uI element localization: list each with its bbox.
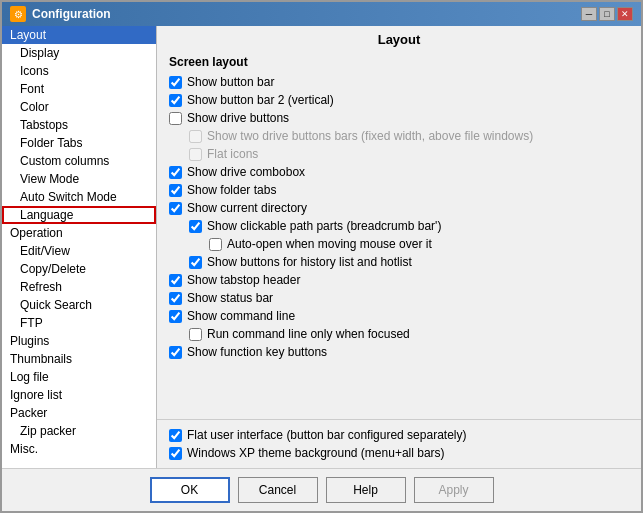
- sidebar-item-copy-delete[interactable]: Copy/Delete: [2, 260, 156, 278]
- checkbox-label-flat-icons: Flat icons: [207, 147, 258, 161]
- main-panel: Layout Screen layout Show button barShow…: [157, 26, 641, 468]
- checkbox-row-show-buttons-history: Show buttons for history list and hotlis…: [169, 253, 629, 271]
- sidebar-item-layout[interactable]: Layout: [2, 26, 156, 44]
- sidebar-item-auto-switch-mode[interactable]: Auto Switch Mode: [2, 188, 156, 206]
- checkbox-row-auto-open: Auto-open when moving mouse over it: [169, 235, 629, 253]
- bottom-section: Flat user interface (button bar configur…: [157, 419, 641, 468]
- checkbox-show-command-line[interactable]: [169, 310, 182, 323]
- sidebar-item-color[interactable]: Color: [2, 98, 156, 116]
- sidebar-item-view-mode[interactable]: View Mode: [2, 170, 156, 188]
- checkbox-label-show-two-drive-buttons: Show two drive buttons bars (fixed width…: [207, 129, 533, 143]
- sidebar-item-packer[interactable]: Packer: [2, 404, 156, 422]
- checkbox-row-show-clickable-path: Show clickable path parts (breadcrumb ba…: [169, 217, 629, 235]
- checkbox-label-show-buttons-history: Show buttons for history list and hotlis…: [207, 255, 412, 269]
- checkbox-label-show-folder-tabs: Show folder tabs: [187, 183, 276, 197]
- bottom-checkbox-row-windows-xp-theme: Windows XP theme background (menu+all ba…: [169, 444, 629, 462]
- title-controls: ─ □ ✕: [581, 7, 633, 21]
- checkbox-row-show-status-bar: Show status bar: [169, 289, 629, 307]
- checkbox-show-folder-tabs[interactable]: [169, 184, 182, 197]
- window-icon: ⚙: [10, 6, 26, 22]
- checkbox-label-show-button-bar: Show button bar: [187, 75, 274, 89]
- sidebar-item-display[interactable]: Display: [2, 44, 156, 62]
- checkboxes-container: Show button barShow button bar 2 (vertic…: [169, 73, 629, 361]
- checkbox-row-run-command-line: Run command line only when focused: [169, 325, 629, 343]
- checkbox-run-command-line[interactable]: [189, 328, 202, 341]
- sidebar-item-plugins[interactable]: Plugins: [2, 332, 156, 350]
- checkbox-flat-icons: [189, 148, 202, 161]
- checkbox-label-show-clickable-path: Show clickable path parts (breadcrumb ba…: [207, 219, 441, 233]
- sidebar: LayoutDisplayIconsFontColorTabstopsFolde…: [2, 26, 157, 468]
- bottom-checkbox-row-flat-user-interface: Flat user interface (button bar configur…: [169, 426, 629, 444]
- sidebar-item-operation[interactable]: Operation: [2, 224, 156, 242]
- checkbox-row-show-drive-buttons: Show drive buttons: [169, 109, 629, 127]
- window-title: Configuration: [32, 7, 111, 21]
- panel-content: Screen layout Show button barShow button…: [157, 51, 641, 419]
- checkbox-label-flat-user-interface: Flat user interface (button bar configur…: [187, 428, 466, 442]
- content-area: LayoutDisplayIconsFontColorTabstopsFolde…: [2, 26, 641, 468]
- checkbox-label-show-function-key: Show function key buttons: [187, 345, 327, 359]
- title-bar: ⚙ Configuration ─ □ ✕: [2, 2, 641, 26]
- sidebar-item-log-file[interactable]: Log file: [2, 368, 156, 386]
- sidebar-item-icons[interactable]: Icons: [2, 62, 156, 80]
- sidebar-item-ftp[interactable]: FTP: [2, 314, 156, 332]
- sidebar-item-zip-packer[interactable]: Zip packer: [2, 422, 156, 440]
- checkbox-row-show-tabstop-header: Show tabstop header: [169, 271, 629, 289]
- sidebar-item-misc[interactable]: Misc.: [2, 440, 156, 458]
- checkbox-label-show-drive-combobox: Show drive combobox: [187, 165, 305, 179]
- cancel-button[interactable]: Cancel: [238, 477, 318, 503]
- checkbox-label-show-drive-buttons: Show drive buttons: [187, 111, 289, 125]
- checkbox-label-run-command-line: Run command line only when focused: [207, 327, 410, 341]
- checkbox-show-drive-combobox[interactable]: [169, 166, 182, 179]
- checkbox-row-flat-icons: Flat icons: [169, 145, 629, 163]
- sidebar-item-thumbnails[interactable]: Thumbnails: [2, 350, 156, 368]
- checkbox-show-tabstop-header[interactable]: [169, 274, 182, 287]
- sidebar-item-edit-view[interactable]: Edit/View: [2, 242, 156, 260]
- checkbox-auto-open[interactable]: [209, 238, 222, 251]
- checkbox-row-show-current-directory: Show current directory: [169, 199, 629, 217]
- checkbox-show-drive-buttons[interactable]: [169, 112, 182, 125]
- maximize-button[interactable]: □: [599, 7, 615, 21]
- sidebar-item-tabstops[interactable]: Tabstops: [2, 116, 156, 134]
- apply-button[interactable]: Apply: [414, 477, 494, 503]
- title-bar-left: ⚙ Configuration: [10, 6, 111, 22]
- checkbox-show-button-bar[interactable]: [169, 76, 182, 89]
- checkbox-row-show-function-key: Show function key buttons: [169, 343, 629, 361]
- close-button[interactable]: ✕: [617, 7, 633, 21]
- checkbox-label-show-status-bar: Show status bar: [187, 291, 273, 305]
- sidebar-item-language[interactable]: Language: [2, 206, 156, 224]
- checkbox-row-show-two-drive-buttons: Show two drive buttons bars (fixed width…: [169, 127, 629, 145]
- sidebar-item-refresh[interactable]: Refresh: [2, 278, 156, 296]
- checkbox-label-show-tabstop-header: Show tabstop header: [187, 273, 300, 287]
- sidebar-item-folder-tabs[interactable]: Folder Tabs: [2, 134, 156, 152]
- sidebar-item-custom-columns[interactable]: Custom columns: [2, 152, 156, 170]
- configuration-window: ⚙ Configuration ─ □ ✕ LayoutDisplayIcons…: [0, 0, 643, 513]
- checkbox-show-clickable-path[interactable]: [189, 220, 202, 233]
- checkbox-flat-user-interface[interactable]: [169, 429, 182, 442]
- section-label: Screen layout: [169, 55, 629, 69]
- checkbox-show-button-bar-2[interactable]: [169, 94, 182, 107]
- footer: OK Cancel Help Apply: [2, 468, 641, 511]
- checkbox-show-two-drive-buttons: [189, 130, 202, 143]
- checkbox-show-current-directory[interactable]: [169, 202, 182, 215]
- checkbox-label-windows-xp-theme: Windows XP theme background (menu+all ba…: [187, 446, 445, 460]
- checkbox-row-show-command-line: Show command line: [169, 307, 629, 325]
- checkbox-windows-xp-theme[interactable]: [169, 447, 182, 460]
- checkbox-show-status-bar[interactable]: [169, 292, 182, 305]
- sidebar-item-font[interactable]: Font: [2, 80, 156, 98]
- checkbox-row-show-folder-tabs: Show folder tabs: [169, 181, 629, 199]
- checkbox-label-auto-open: Auto-open when moving mouse over it: [227, 237, 432, 251]
- checkbox-label-show-button-bar-2: Show button bar 2 (vertical): [187, 93, 334, 107]
- minimize-button[interactable]: ─: [581, 7, 597, 21]
- help-button[interactable]: Help: [326, 477, 406, 503]
- checkbox-show-buttons-history[interactable]: [189, 256, 202, 269]
- checkbox-label-show-current-directory: Show current directory: [187, 201, 307, 215]
- sidebar-item-ignore-list[interactable]: Ignore list: [2, 386, 156, 404]
- checkbox-label-show-command-line: Show command line: [187, 309, 295, 323]
- panel-title: Layout: [157, 26, 641, 51]
- sidebar-item-quick-search[interactable]: Quick Search: [2, 296, 156, 314]
- checkbox-row-show-drive-combobox: Show drive combobox: [169, 163, 629, 181]
- ok-button[interactable]: OK: [150, 477, 230, 503]
- checkbox-show-function-key[interactable]: [169, 346, 182, 359]
- checkbox-row-show-button-bar-2: Show button bar 2 (vertical): [169, 91, 629, 109]
- checkbox-row-show-button-bar: Show button bar: [169, 73, 629, 91]
